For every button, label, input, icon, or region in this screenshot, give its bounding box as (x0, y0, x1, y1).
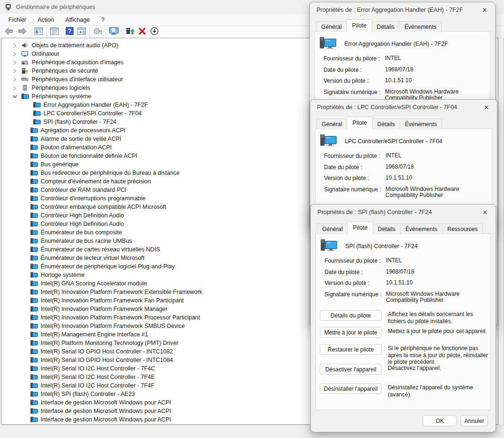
field-value: INTEL (386, 258, 491, 264)
menu-item[interactable]: ? (98, 16, 107, 24)
toolbar-icon (150, 26, 159, 38)
driver-action-button[interactable]: Désactiver l'appareil (320, 364, 382, 375)
toolbar-icon (77, 27, 86, 37)
tree-item-label: Intel(R) Innovation Platform Framework P… (41, 314, 200, 321)
tab-strip: GénéralPiloteDétailsÉvénements (316, 117, 442, 129)
tab[interactable]: Détails (372, 21, 400, 32)
field-label: Version du pilote : (324, 77, 385, 84)
device-type-icon (30, 374, 38, 380)
driver-field-row: Version du pilote : 10.1.51.10 (325, 280, 491, 286)
device-type-icon (21, 76, 29, 83)
device-type-icon (21, 93, 29, 100)
device-type-icon (30, 272, 38, 278)
toolbar-button[interactable] (91, 26, 107, 38)
driver-action-button[interactable]: Restaurer le pilote (320, 344, 382, 355)
driver-field-row: Signataire numérique : Microsoft Windows… (325, 291, 491, 303)
tab[interactable]: Événements (399, 21, 442, 32)
tree-item-label: Périphériques logiciels (32, 85, 90, 91)
tab[interactable]: Détails (373, 223, 401, 234)
toolbar-button[interactable] (48, 26, 64, 38)
tree-item-label: Contrôleur de RAM standard PCI (41, 187, 127, 193)
driver-action-button[interactable]: Mettre à jour le pilote (320, 327, 382, 338)
device-type-icon (30, 255, 38, 261)
tree-chevron-icon[interactable] (12, 43, 21, 48)
ok-button[interactable]: OK (423, 415, 457, 426)
tree-item-label: Contrôleur High Definition Audio (41, 221, 124, 227)
tree-chevron-icon[interactable] (12, 86, 21, 91)
driver-field-row: Signataire numérique : Microsoft Windows… (324, 186, 490, 198)
device-type-icon (30, 161, 38, 168)
tree-chevron-icon[interactable] (12, 94, 21, 99)
menu-item[interactable]: Fichier (6, 16, 29, 24)
tab[interactable]: Pilote (347, 222, 373, 234)
tree-chevron-icon[interactable] (12, 52, 21, 57)
svg-text:?: ? (68, 27, 72, 34)
tree-item-label: Intel(R) Serial IO GPIO Host Controller … (41, 357, 173, 363)
toolbar-button[interactable]: ? (64, 26, 76, 38)
device-icon (320, 239, 338, 254)
menu-item[interactable]: Action (35, 16, 57, 24)
menu-item[interactable]: Affichage (62, 16, 93, 24)
toolbar-button[interactable] (2, 26, 16, 38)
tree-item-label: Intel(R) Innovation Platform Framework M… (41, 306, 168, 312)
device-type-icon (30, 399, 38, 406)
driver-action-button[interactable]: Désinstaller l'appareil (320, 383, 382, 394)
device-type-icon (33, 119, 41, 125)
cancel-button[interactable]: Annuler (461, 415, 488, 426)
toolbar-icon (93, 26, 103, 38)
close-icon[interactable]: ✕ (481, 6, 488, 14)
tree-item-label: Intel(R) Innovation Platform Framework F… (41, 297, 184, 304)
tree-item-label: Intel(R) Serial IO I2C Host Controller -… (41, 382, 154, 389)
tree-item-label: Périphériques d'interface utilisateur (32, 76, 123, 83)
tab[interactable]: Ressources (442, 223, 483, 234)
driver-field-row: Date du pilote : 1968/07/18 (325, 269, 491, 275)
tree-chevron-icon[interactable] (12, 60, 21, 65)
tree-chevron-icon[interactable] (12, 77, 21, 82)
device-type-icon (30, 382, 38, 389)
driver-action-description: Désinstallez l'appareil du système (avan… (388, 384, 489, 398)
tree-item-label: Intel(R) GNA Scoring Accelerator module (41, 280, 147, 287)
tab[interactable]: Événements (400, 223, 443, 234)
toolbar-button[interactable] (33, 26, 48, 38)
device-icon (319, 134, 337, 149)
driver-field-row: Fournisseur du pilote : INTEL (325, 258, 491, 264)
tree-item-label: Contrôleur embarqué compatible ACPI Micr… (41, 204, 166, 210)
tab[interactable]: Pilote (346, 19, 372, 32)
toolbar-button[interactable] (76, 26, 91, 38)
toolbar-icon (125, 26, 135, 38)
device-type-icon (21, 85, 29, 91)
tree-item-label: Error Aggregation Handler (EAH) - 7F2F (43, 102, 148, 108)
toolbar-icon: ? (65, 26, 74, 37)
device-type-icon (30, 297, 38, 304)
device-type-icon (30, 263, 38, 270)
tab[interactable]: Détails (372, 119, 400, 129)
tab[interactable]: Général (316, 21, 347, 32)
close-icon[interactable]: ✕ (483, 103, 490, 111)
tab[interactable]: Pilote (347, 117, 373, 129)
toolbar-button[interactable] (107, 26, 124, 38)
toolbar-button[interactable] (136, 26, 148, 38)
tree-item-label: LPC Controller/eSPI Controller - 7F04 (43, 110, 142, 117)
device-type-icon (30, 416, 38, 423)
field-value: Microsoft Windows Hardware Compatibility… (386, 291, 491, 303)
driver-field-row: Date du pilote : 1968/07/18 (324, 67, 490, 73)
tab[interactable]: Général (317, 223, 348, 234)
tab[interactable]: Événements (400, 119, 442, 129)
device-type-icon (30, 238, 38, 244)
driver-field-row: Fournisseur du pilote : INTEL (324, 55, 490, 62)
tree-item-label: Intel(R) Management Engine Interface #1 (41, 331, 148, 338)
tree-item-label: Horloge système (41, 272, 85, 278)
tree-item-label: Périphérique d'acquisition d'images (32, 59, 123, 66)
field-value: Microsoft Windows Hardware Compatibility… (385, 186, 490, 198)
tab[interactable]: Général (316, 119, 347, 129)
toolbar-button[interactable] (124, 26, 136, 38)
toolbar-button[interactable] (16, 26, 33, 38)
close-icon[interactable]: ✕ (481, 208, 489, 216)
dialog-title: Propriétés de : SPI (flash) Controller -… (317, 209, 432, 215)
toolbar-button[interactable] (148, 26, 161, 38)
tree-chevron-icon[interactable] (12, 69, 21, 74)
device-type-icon (30, 280, 38, 287)
driver-action-button[interactable]: Détails du pilote (320, 310, 382, 321)
device-type-icon (30, 212, 38, 219)
tree-item-label: Contrôleur d'interruptions programmable (41, 195, 145, 202)
